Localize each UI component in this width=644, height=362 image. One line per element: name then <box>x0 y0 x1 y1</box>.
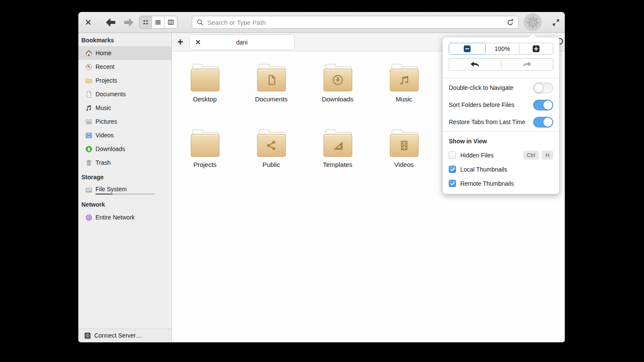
connect-server-button[interactable]: Connect Server… <box>78 329 171 342</box>
tab-close-icon[interactable] <box>195 39 201 45</box>
sidebar-item-videos[interactable]: Videos <box>78 128 171 142</box>
document-icon <box>85 91 92 98</box>
folder-icon-download <box>323 63 353 94</box>
toggle-label: Sort Folders before Files <box>449 101 533 108</box>
column-view-button[interactable] <box>164 16 177 28</box>
downloads-icon <box>85 145 92 153</box>
new-tab-button[interactable]: + <box>175 36 186 48</box>
zoom-out-button[interactable] <box>449 43 486 55</box>
checkbox-remote-thumbnails[interactable] <box>449 180 456 187</box>
sidebar-item-label: Recent <box>95 63 114 70</box>
fullscreen-button[interactable] <box>551 12 561 33</box>
forward-button[interactable] <box>122 12 134 33</box>
window-close-button[interactable] <box>83 12 93 33</box>
list-view-button[interactable] <box>152 16 164 28</box>
sidebar-item-pictures[interactable]: Pictures <box>78 115 171 128</box>
file-label: Documents <box>255 95 288 103</box>
popover-separator <box>443 131 559 132</box>
file-item-desktop[interactable]: Desktop <box>172 63 238 129</box>
popover-row-local-thumbnails: Local Thumbnails <box>443 162 559 176</box>
connect-server-label: Connect Server… <box>94 332 142 339</box>
sidebar-item-label: Home <box>95 50 111 56</box>
tab-dani[interactable]: dani <box>189 34 295 50</box>
grid-view-button[interactable] <box>140 16 152 28</box>
file-label: Templates <box>323 161 352 168</box>
file-item-projects[interactable]: Projects <box>172 129 238 194</box>
sidebar-item-trash[interactable]: Trash <box>78 156 171 169</box>
shortcut-keys: CtrlH <box>523 151 553 160</box>
sidebar-item-music[interactable]: Music <box>78 101 171 115</box>
zoom-level[interactable]: 100% <box>486 43 520 55</box>
search-input[interactable]: Search or Type Path <box>192 16 519 29</box>
recent-icon <box>85 63 92 71</box>
file-item-music[interactable]: Music <box>371 63 437 129</box>
key-h: H <box>542 151 553 160</box>
file-item-downloads[interactable]: Downloads <box>304 63 371 129</box>
checkbox-label: Remote Thumbnails <box>460 180 514 187</box>
checkbox-hidden-files[interactable] <box>449 151 456 159</box>
videos-icon <box>85 132 92 139</box>
sidebar-item-label: Documents <box>95 91 126 98</box>
disk-usage-bar <box>95 193 155 195</box>
key-ctrl: Ctrl <box>523 151 539 160</box>
toggle-switch-sort-folders-before-files[interactable] <box>533 100 553 110</box>
file-item-templates[interactable]: Templates <box>304 129 371 194</box>
sidebar-item-projects[interactable]: Projects <box>78 74 171 87</box>
refresh-icon[interactable] <box>507 19 514 26</box>
zoom-in-icon <box>533 45 540 52</box>
popover-row-hidden-files: Hidden FilesCtrlH <box>443 148 559 162</box>
filesystem-icon <box>85 187 92 194</box>
folder-icon-document <box>256 63 286 94</box>
home-icon <box>85 50 92 57</box>
column-view-icon <box>167 19 174 26</box>
toggle-switch-restore-tabs-from-last-time[interactable] <box>533 117 553 128</box>
back-arrow-icon <box>105 18 116 27</box>
file-label: Videos <box>394 161 414 168</box>
sidebar-item-label: Music <box>95 104 111 111</box>
popover-forward-button[interactable] <box>501 58 554 71</box>
checkbox-local-thumbnails[interactable] <box>449 166 456 173</box>
trash-icon <box>85 159 92 166</box>
sidebar-section-header-bookmarks: Bookmarks <box>78 34 171 46</box>
toggle-label: Double-click to Navigate <box>449 84 533 91</box>
sidebar-item-documents[interactable]: Documents <box>78 87 171 101</box>
file-item-videos[interactable]: Videos <box>371 129 437 194</box>
tab-label: dani <box>201 39 283 46</box>
file-label: Downloads <box>322 95 353 103</box>
file-label: Projects <box>193 161 216 168</box>
sidebar-item-entire-network[interactable]: Entire Network <box>78 211 171 224</box>
view-switcher <box>139 16 177 29</box>
sidebar-item-label: Trash <box>95 159 110 166</box>
sidebar-item-downloads[interactable]: Downloads <box>78 142 171 156</box>
sidebar-item-label: File System <box>95 186 155 193</box>
sidebar-item-label: Entire Network <box>95 214 135 221</box>
file-item-public[interactable]: Public <box>238 129 304 194</box>
sidebar: BookmarksHomeRecentProjectsDocumentsMusi… <box>78 33 172 342</box>
sidebar-item-home[interactable]: Home <box>78 46 171 60</box>
grid-view-icon <box>142 19 149 26</box>
toolbar: Search or Type Path <box>78 12 565 33</box>
file-label: Public <box>262 161 280 168</box>
pictures-icon <box>85 118 92 125</box>
sidebar-item-label: Downloads <box>95 145 125 152</box>
settings-button[interactable] <box>524 13 542 31</box>
toggle-switch-double-click-to-navigate[interactable] <box>533 83 553 93</box>
popover-row-double-click-to-navigate: Double-click to Navigate <box>443 79 559 96</box>
zoom-in-button[interactable] <box>519 43 553 55</box>
sidebar-section-header-storage: Storage <box>78 171 171 183</box>
gear-icon <box>526 16 540 29</box>
file-item-documents[interactable]: Documents <box>238 63 304 129</box>
connect-server-icon <box>84 332 91 339</box>
popover-row-sort-folders-before-files: Sort Folders before Files <box>443 96 559 113</box>
sidebar-item-recent[interactable]: Recent <box>78 60 171 74</box>
popover-back-button[interactable] <box>449 58 501 71</box>
list-view-icon <box>155 19 161 26</box>
music-icon <box>85 104 92 112</box>
sidebar-section-header-network: Network <box>78 199 171 211</box>
files-app-window: Search or Type Path BookmarksHomeRecentP… <box>78 12 565 342</box>
popover-row-restore-tabs-from-last-time: Restore Tabs from Last Time <box>443 113 559 131</box>
back-button[interactable] <box>104 12 116 33</box>
close-icon <box>85 19 91 25</box>
sidebar-item-label: Projects <box>95 77 117 84</box>
sidebar-item-file-system[interactable]: File System <box>78 183 171 197</box>
